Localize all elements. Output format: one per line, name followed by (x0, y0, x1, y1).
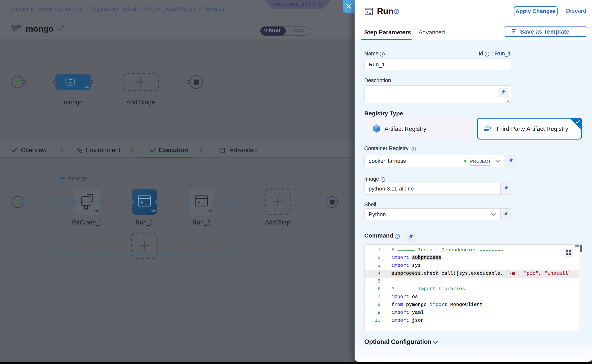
svg-text:</>: </> (151, 209, 156, 212)
svg-text:Run_2: Run_2 (192, 219, 210, 226)
svg-text:GitClone_1: GitClone_1 (72, 219, 102, 226)
svg-text:</>: </> (94, 209, 99, 212)
svg-text:mongo: mongo (64, 99, 83, 106)
svg-text:</>: </> (208, 209, 213, 212)
svg-text:</>: </> (85, 85, 89, 89)
svg-text:mongo: mongo (68, 175, 87, 182)
svg-text:</>: </> (68, 81, 72, 84)
svg-text:Run_1: Run_1 (135, 219, 153, 226)
svg-text:Add Step: Add Step (265, 219, 290, 226)
svg-text:Add Stage: Add Stage (127, 99, 155, 106)
